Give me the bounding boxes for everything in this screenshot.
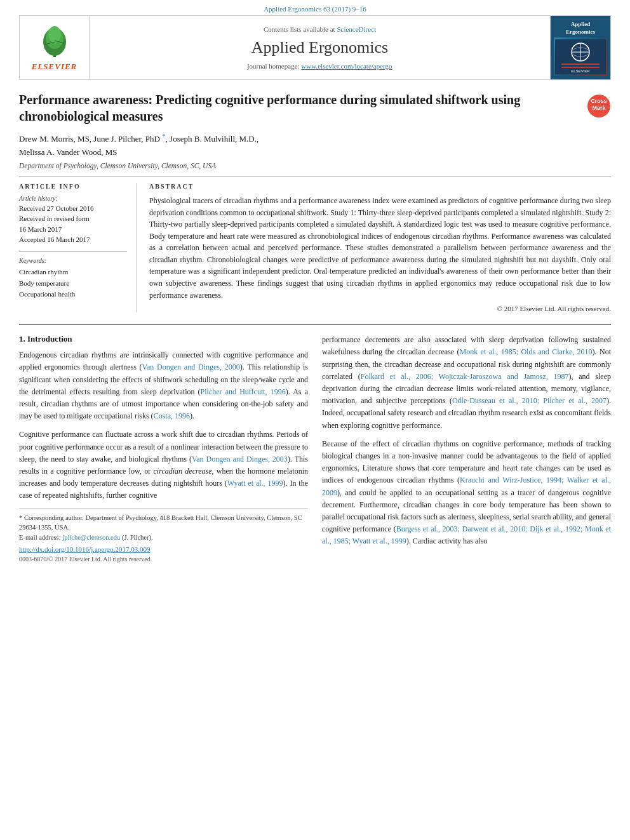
keywords-label: Keywords:: [19, 257, 127, 264]
ref-costa-1996[interactable]: Costa, 1996: [154, 411, 190, 420]
email-link[interactable]: jpilche@clemson.edu: [62, 534, 120, 541]
elsevier-tree-icon: [32, 24, 77, 59]
svg-point-3: [48, 26, 61, 43]
article-info-abstract: ARTICLE INFO Article history: Received 2…: [19, 183, 611, 312]
header-center: Contents lists available at ScienceDirec…: [90, 16, 550, 79]
body-para-1: Endogenous circadian rhythms are intrins…: [19, 349, 308, 422]
body-left-col: 1. Introduction Endogenous circadian rhy…: [19, 334, 308, 563]
sciencedirect-text: Contents lists available at ScienceDirec…: [264, 25, 376, 33]
ref-burgess-2003[interactable]: Burgess et al., 2003; Darwent et al., 20…: [322, 524, 611, 545]
abstract-text: Physiological tracers of circadian rhyth…: [149, 195, 611, 301]
body-content: 1. Introduction Endogenous circadian rhy…: [19, 325, 611, 563]
info-divider: [19, 251, 127, 252]
authors: Drew M. Morris, MS, June J. Pilcher, PhD…: [19, 131, 611, 159]
affiliation: Department of Psychology, Clemson Univer…: [19, 162, 611, 170]
article-info-col: ARTICLE INFO Article history: Received 2…: [19, 183, 137, 312]
footnote-section: * Corresponding author. Department of Ps…: [19, 509, 308, 563]
journal-homepage-link[interactable]: www.elsevier.com/locate/apergo: [301, 62, 392, 70]
ref-monk-1985[interactable]: Monk et al., 1985; Olds and Clarke, 2010: [460, 347, 593, 356]
ae-logo-image: ELSEVIER: [554, 37, 607, 76]
revised-label: Received in revised form: [19, 213, 127, 224]
abstract-label: ABSTRACT: [149, 183, 611, 190]
bottom-copyright: 0003-6870/© 2017 Elsevier Ltd. All right…: [19, 556, 308, 563]
article-content: Performance awareness: Predicting cognit…: [0, 80, 630, 563]
journal-citation: Applied Ergonomics 63 (2017) 9–16: [0, 0, 630, 15]
body-para-right-1: performance decrements are also associat…: [322, 334, 611, 432]
body-right-col: performance decrements are also associat…: [322, 334, 611, 563]
footnote-email: E-mail address: jpilche@clemson.edu (J. …: [19, 533, 308, 543]
journal-homepage: journal homepage: www.elsevier.com/locat…: [247, 62, 392, 70]
ref-folkard-2006[interactable]: Folkard et al., 2006; Wojtczak-Jaroszowa…: [361, 372, 569, 381]
keywords-group: Keywords: Circadian rhythm Body temperat…: [19, 257, 127, 300]
doi-link[interactable]: http://dx.doi.org/10.1016/j.apergo.2017.…: [19, 545, 308, 553]
keyword-1: Circadian rhythm: [19, 267, 127, 278]
ref-pilcher-1996[interactable]: Pilcher and Huffcutt, 1996: [201, 387, 286, 396]
accepted-date: Accepted 16 March 2017: [19, 234, 127, 245]
article-title-section: Performance awareness: Predicting cognit…: [19, 80, 611, 131]
body-para-2: Cognitive performance can fluctuate acro…: [19, 429, 308, 502]
svg-text:Mark: Mark: [592, 105, 606, 111]
body-para-right-2: Because of the effect of circadian rhyth…: [322, 438, 611, 548]
keyword-3: Occupational health: [19, 289, 127, 300]
svg-rect-12: [561, 67, 600, 68]
elsevier-wordmark: ELSEVIER: [32, 62, 77, 72]
ae-logo-graphic: ELSEVIER: [555, 39, 606, 74]
ref-odle-2010[interactable]: Odle-Dusseau et al., 2010; Pilcher et al…: [452, 396, 607, 405]
journal-header-box: ELSEVIER Contents lists available at Sci…: [19, 15, 611, 80]
elsevier-logo-area: ELSEVIER: [20, 16, 90, 79]
svg-text:Cross: Cross: [591, 98, 607, 104]
applied-ergonomics-logo: AppliedErgonomics ELSEVIER: [550, 16, 610, 79]
article-title: Performance awareness: Predicting cognit…: [19, 91, 580, 124]
sciencedirect-link[interactable]: ScienceDirect: [337, 25, 376, 33]
journal-name-header: Applied Ergonomics: [251, 38, 388, 57]
svg-text:ELSEVIER: ELSEVIER: [571, 69, 590, 73]
footnote-star: * Corresponding author. Department of Ps…: [19, 513, 308, 533]
article-history-label: Article history:: [19, 195, 127, 202]
article-info-label: ARTICLE INFO: [19, 183, 127, 190]
svg-rect-11: [561, 63, 600, 65]
ref-vandongen-2000[interactable]: Van Dongen and Dinges, 2000: [142, 363, 240, 371]
received-date: Received 27 October 2016: [19, 203, 127, 214]
section1-heading: 1. Introduction: [19, 334, 308, 344]
ref-wyatt-1999[interactable]: Wyatt et al., 1999: [227, 479, 283, 488]
article-history-group: Article history: Received 27 October 201…: [19, 195, 127, 245]
crossmark-icon: Cross Mark: [587, 94, 611, 118]
keyword-2: Body temperature: [19, 278, 127, 290]
abstract-col: ABSTRACT Physiological tracers of circad…: [149, 183, 611, 312]
ref-vandongen-2003[interactable]: Van Dongen and Dinges, 2003: [192, 455, 288, 463]
header-divider: [19, 176, 611, 177]
revised-date: 16 March 2017: [19, 224, 127, 235]
abstract-copyright: © 2017 Elsevier Ltd. All rights reserved…: [149, 305, 611, 312]
ref-krauchi-1994[interactable]: Krauchi and Wirz-Justice, 1994; Walker e…: [322, 476, 611, 497]
